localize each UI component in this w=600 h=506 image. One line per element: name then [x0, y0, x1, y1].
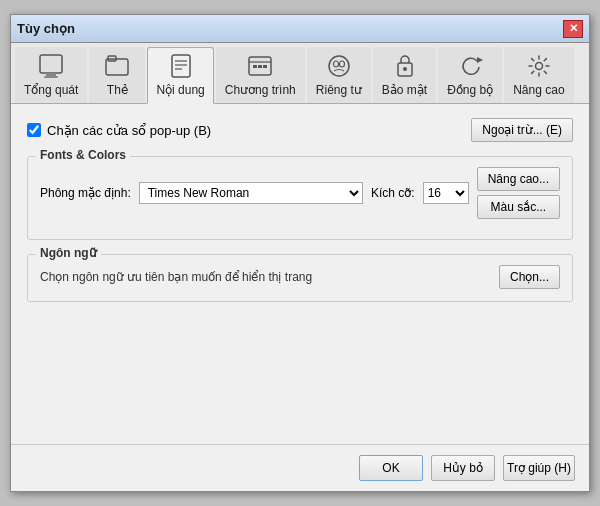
window-title: Tùy chọn	[17, 21, 75, 36]
tab-chuong-trinh[interactable]: Chương trình	[216, 47, 305, 103]
popup-checkbox-label[interactable]: Chặn các cửa sổ pop-up (B)	[47, 123, 211, 138]
tab-tong-quat[interactable]: Tổng quát	[15, 47, 87, 103]
tab-noi-dung-label: Nội dung	[156, 83, 204, 97]
title-bar: Tùy chọn ✕	[11, 15, 589, 43]
language-description: Chọn ngôn ngữ ưu tiên bạn muốn để hiển t…	[40, 270, 312, 284]
font-select[interactable]: Times New Roman	[139, 182, 363, 204]
size-select[interactable]: 16	[423, 182, 469, 204]
svg-point-16	[339, 61, 344, 67]
svg-point-18	[403, 67, 407, 71]
language-group: Ngôn ngữ Chọn ngôn ngữ ưu tiên bạn muốn …	[27, 254, 573, 302]
language-section-title: Ngôn ngữ	[36, 246, 101, 260]
bottom-bar: OK Hủy bỏ Trợ giúp (H)	[11, 444, 589, 491]
help-button[interactable]: Trợ giúp (H)	[503, 455, 575, 481]
font-advanced-button[interactable]: Nâng cao...	[477, 167, 560, 191]
tab-bao-mat-label: Bảo mật	[382, 83, 427, 97]
tab-rieng-tu-label: Riêng tư	[316, 83, 362, 97]
bao-mat-icon	[391, 52, 419, 80]
svg-point-20	[535, 63, 542, 70]
font-default-label: Phông mặc định:	[40, 186, 131, 200]
fonts-colors-group: Fonts & Colors Phông mặc định: Times New…	[27, 156, 573, 240]
svg-marker-19	[477, 57, 483, 63]
tabs-bar: Tổng quát Thẻ Nội dung Chương trình Riên…	[11, 43, 589, 104]
popup-checkbox-row: Chặn các cửa sổ pop-up (B)	[27, 123, 211, 138]
tab-the-label: Thẻ	[107, 83, 128, 97]
main-window: Tùy chọn ✕ Tổng quát Thẻ Nội dung C	[10, 14, 590, 492]
chuong-trinh-icon	[246, 52, 274, 80]
nang-cao-icon	[525, 52, 553, 80]
close-button[interactable]: ✕	[563, 20, 583, 38]
svg-rect-12	[258, 65, 262, 68]
tab-dong-bo[interactable]: Đồng bộ	[438, 47, 502, 103]
cancel-button[interactable]: Hủy bỏ	[431, 455, 495, 481]
font-btn-row: Nâng cao... Màu sắc...	[477, 167, 560, 219]
noi-dung-icon	[167, 52, 195, 80]
content-area: Chặn các cửa sổ pop-up (B) Ngoại trừ... …	[11, 104, 589, 444]
svg-point-15	[333, 61, 338, 67]
rieng-tu-icon	[325, 52, 353, 80]
font-row: Phông mặc định: Times New Roman Kích cỡ:…	[40, 167, 560, 219]
font-color-button[interactable]: Màu sắc...	[477, 195, 560, 219]
popup-exception-button[interactable]: Ngoại trừ... (E)	[471, 118, 573, 142]
size-label: Kích cỡ:	[371, 186, 415, 200]
tab-dong-bo-label: Đồng bộ	[447, 83, 493, 97]
svg-rect-0	[40, 55, 62, 73]
dong-bo-icon	[456, 52, 484, 80]
svg-rect-13	[263, 65, 267, 68]
tab-nang-cao-label: Nâng cao	[513, 83, 564, 97]
popup-block: Chặn các cửa sổ pop-up (B) Ngoại trừ... …	[27, 118, 573, 142]
svg-rect-5	[172, 55, 190, 77]
ok-button[interactable]: OK	[359, 455, 423, 481]
fonts-section-title: Fonts & Colors	[36, 148, 130, 162]
the-icon	[103, 52, 131, 80]
tab-bao-mat[interactable]: Bảo mật	[373, 47, 436, 103]
tab-nang-cao[interactable]: Nâng cao	[504, 47, 573, 103]
tab-chuong-trinh-label: Chương trình	[225, 83, 296, 97]
tab-rieng-tu[interactable]: Riêng tư	[307, 47, 371, 103]
tab-the[interactable]: Thẻ	[89, 47, 145, 103]
popup-checkbox[interactable]	[27, 123, 41, 137]
tab-tong-quat-label: Tổng quát	[24, 83, 78, 97]
svg-rect-1	[46, 73, 56, 76]
language-choose-button[interactable]: Chọn...	[499, 265, 560, 289]
tab-noi-dung[interactable]: Nội dung	[147, 47, 213, 104]
tong-quat-icon	[37, 52, 65, 80]
svg-rect-11	[253, 65, 257, 68]
svg-rect-2	[44, 76, 58, 78]
svg-point-14	[329, 56, 349, 76]
